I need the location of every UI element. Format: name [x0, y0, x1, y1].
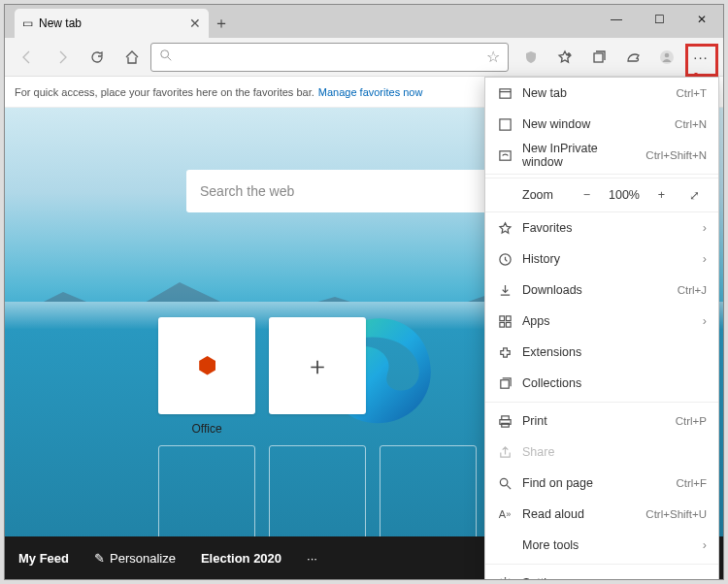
fullscreen-button[interactable]: ⤢	[683, 188, 707, 203]
profile-button[interactable]	[650, 42, 683, 73]
address-bar[interactable]: ☆	[150, 43, 509, 72]
menu-favorites[interactable]: Favorites ›	[485, 212, 718, 243]
home-button[interactable]	[116, 42, 149, 73]
tile-label-office: Office	[158, 422, 255, 436]
menu-downloads[interactable]: Downloads Ctrl+J	[485, 275, 718, 306]
zoom-value: 100%	[609, 188, 640, 202]
new-tab-button[interactable]: ＋	[209, 9, 234, 38]
svg-rect-5	[499, 118, 510, 129]
extensions-icon	[497, 344, 513, 360]
minimize-button[interactable]: —	[595, 5, 638, 34]
star-icon	[497, 220, 513, 236]
svg-rect-1	[594, 53, 603, 62]
favorites-hint: For quick access, place your favorites h…	[15, 86, 314, 98]
favorites-icon[interactable]	[548, 42, 581, 73]
read-aloud-icon: A»	[497, 506, 513, 522]
svg-point-3	[665, 52, 670, 57]
apps-icon	[497, 313, 513, 329]
svg-rect-11	[506, 322, 511, 327]
titlebar: ▭ New tab ✕ ＋ — ☐ ✕	[5, 5, 723, 38]
tracking-prevention-icon[interactable]	[514, 42, 547, 73]
zoom-label: Zoom	[522, 188, 565, 202]
print-icon	[497, 413, 513, 429]
svg-rect-8	[499, 315, 504, 320]
collections-icon[interactable]	[582, 42, 615, 73]
back-button[interactable]	[11, 42, 44, 73]
tab-favicon: ▭	[22, 16, 33, 30]
manage-favorites-link[interactable]: Manage favorites now	[318, 86, 423, 98]
svg-point-16	[500, 478, 508, 486]
menu-share: Share	[485, 437, 718, 468]
new-window-icon	[497, 116, 513, 132]
svg-rect-10	[499, 322, 504, 327]
menu-find[interactable]: Find on page Ctrl+F	[485, 468, 718, 499]
share-icon	[497, 444, 513, 460]
svg-rect-9	[506, 315, 511, 320]
chevron-right-icon: ›	[703, 252, 707, 266]
close-tab-icon[interactable]: ✕	[189, 16, 201, 31]
chevron-right-icon: ›	[703, 221, 707, 235]
collections-icon	[497, 375, 513, 391]
feed-tab-personalize[interactable]: ✎ Personalize	[94, 551, 176, 566]
tile-add[interactable]: ＋	[269, 317, 366, 414]
search-icon	[159, 49, 173, 66]
window-controls: — ☐ ✕	[595, 5, 723, 34]
svg-rect-15	[501, 423, 509, 427]
svg-rect-6	[499, 150, 510, 159]
ghost-row	[158, 445, 477, 542]
main-menu: New tab Ctrl+T New window Ctrl+N New InP…	[484, 77, 719, 580]
inprivate-icon	[497, 147, 513, 163]
toolbar: ☆ ···	[5, 38, 723, 77]
menu-print[interactable]: Print Ctrl+P	[485, 406, 718, 437]
chevron-right-icon: ›	[703, 538, 707, 552]
zoom-out-button[interactable]: −	[576, 188, 599, 202]
new-tab-icon	[497, 85, 513, 101]
quick-links: ⬢ ＋	[158, 317, 366, 414]
menu-more-tools[interactable]: More tools ›	[485, 530, 718, 561]
search-placeholder: Search the web	[200, 183, 294, 199]
menu-apps[interactable]: Apps ›	[485, 306, 718, 337]
zoom-in-button[interactable]: +	[649, 188, 673, 202]
menu-new-tab[interactable]: New tab Ctrl+T	[485, 78, 718, 109]
svg-rect-4	[499, 88, 510, 97]
ghost-tile	[269, 445, 366, 542]
ghost-tile	[380, 445, 477, 542]
close-window-button[interactable]: ✕	[680, 5, 723, 34]
download-icon	[497, 282, 513, 298]
office-icon: ⬢	[198, 353, 216, 378]
svg-rect-12	[500, 379, 508, 387]
menu-zoom: Zoom − 100% + ⤢	[485, 178, 718, 212]
menu-new-inprivate[interactable]: New InPrivate window Ctrl+Shift+N	[485, 140, 718, 171]
feed-tab-my-feed[interactable]: My Feed	[18, 551, 69, 566]
tile-office[interactable]: ⬢	[158, 317, 255, 414]
feedback-icon[interactable]	[616, 42, 649, 73]
browser-window: ▭ New tab ✕ ＋ — ☐ ✕ ☆ ···	[4, 4, 724, 580]
maximize-button[interactable]: ☐	[638, 5, 680, 34]
find-icon	[497, 475, 513, 491]
refresh-button[interactable]	[81, 42, 114, 73]
menu-collections[interactable]: Collections	[485, 368, 718, 399]
menu-extensions[interactable]: Extensions	[485, 337, 718, 368]
plus-icon: ＋	[305, 349, 330, 383]
favorite-star-icon[interactable]: ☆	[486, 48, 500, 66]
history-icon	[497, 251, 513, 267]
feed-tab-topic[interactable]: Election 2020	[201, 551, 281, 566]
feed-more[interactable]: ···	[307, 551, 317, 566]
address-input[interactable]	[179, 49, 480, 64]
forward-button[interactable]	[46, 42, 79, 73]
menu-settings[interactable]: Settings	[485, 568, 718, 580]
gear-icon	[497, 575, 513, 580]
chevron-right-icon: ›	[703, 314, 707, 328]
svg-point-0	[161, 49, 169, 57]
ghost-tile	[158, 445, 255, 542]
menu-history[interactable]: History ›	[485, 243, 718, 275]
browser-tab[interactable]: ▭ New tab ✕	[15, 9, 209, 38]
tab-title: New tab	[39, 16, 82, 30]
menu-new-window[interactable]: New window Ctrl+N	[485, 109, 718, 140]
menu-read-aloud[interactable]: A» Read aloud Ctrl+Shift+U	[485, 499, 718, 530]
settings-menu-button[interactable]: ···	[684, 42, 717, 73]
